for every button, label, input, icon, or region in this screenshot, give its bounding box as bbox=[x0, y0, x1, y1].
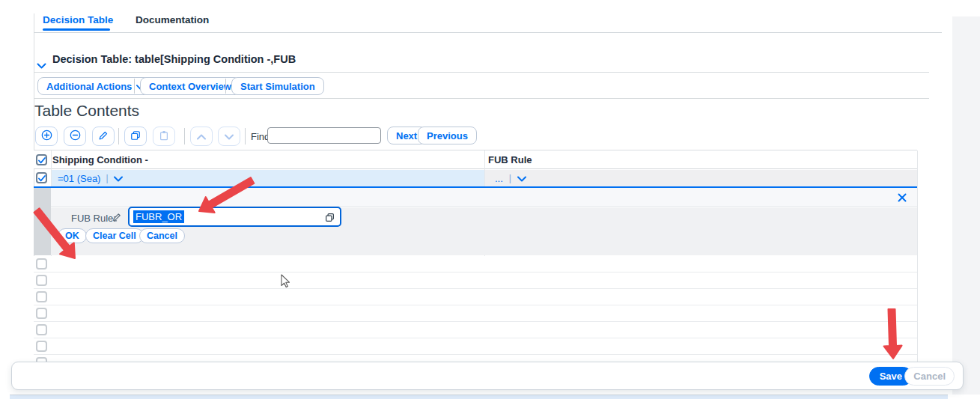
row-checkbox[interactable] bbox=[36, 308, 47, 319]
table-row-empty[interactable] bbox=[34, 305, 917, 322]
copy-value-icon[interactable] bbox=[325, 212, 335, 225]
additional-actions-label: Additional Actions bbox=[46, 81, 132, 92]
cancel-button[interactable]: Cancel bbox=[904, 367, 955, 386]
chevron-down-icon[interactable] bbox=[114, 173, 123, 184]
move-row-down-button[interactable] bbox=[218, 127, 240, 146]
add-row-icon bbox=[41, 130, 52, 143]
row1-fub-rule-cell[interactable]: ... | bbox=[485, 170, 917, 186]
table-row-empty[interactable] bbox=[34, 289, 917, 305]
row-checkbox[interactable] bbox=[36, 258, 47, 270]
table-header-row bbox=[34, 150, 917, 169]
table-row-empty[interactable] bbox=[34, 322, 917, 338]
remove-row-button[interactable] bbox=[64, 127, 86, 146]
divider bbox=[184, 128, 185, 144]
cell-editor-value: FUBR_OR bbox=[133, 210, 184, 223]
row-checkbox[interactable] bbox=[36, 291, 47, 302]
cell-editor-input[interactable]: FUBR_OR bbox=[128, 207, 341, 227]
divider bbox=[225, 79, 226, 94]
row-checkbox[interactable] bbox=[36, 275, 47, 286]
tabstrip-divider bbox=[34, 32, 942, 33]
table-row-empty[interactable] bbox=[34, 256, 917, 273]
bottom-strip bbox=[10, 395, 948, 399]
decision-table-page: Decision Table Documentation Decision Ta… bbox=[0, 0, 980, 411]
cell-separator: | bbox=[509, 173, 511, 183]
divider bbox=[134, 79, 135, 94]
find-previous-button[interactable]: Previous bbox=[418, 127, 477, 144]
divider bbox=[34, 98, 929, 99]
paste-row-button[interactable] bbox=[153, 127, 175, 146]
copy-icon bbox=[130, 130, 141, 143]
close-icon[interactable] bbox=[896, 192, 908, 204]
divider bbox=[917, 150, 918, 365]
tab-documentation[interactable]: Documentation bbox=[136, 14, 209, 25]
paste-icon bbox=[159, 130, 169, 143]
additional-actions-button[interactable]: Additional Actions bbox=[37, 77, 153, 95]
checkmark-icon bbox=[38, 153, 46, 167]
move-up-icon bbox=[197, 131, 206, 142]
edit-icon bbox=[98, 130, 109, 143]
find-input[interactable] bbox=[267, 127, 381, 144]
tab-decision-table[interactable]: Decision Table bbox=[43, 14, 113, 25]
row1-checkbox[interactable] bbox=[36, 172, 47, 183]
cell-editor-cancel-button[interactable]: Cancel bbox=[139, 228, 185, 243]
divider bbox=[118, 128, 119, 144]
row-checkbox[interactable] bbox=[36, 341, 47, 352]
right-scroll-area bbox=[952, 16, 980, 395]
column-header-shipping-condition[interactable]: Shipping Condition - bbox=[52, 154, 148, 165]
table-row-empty[interactable] bbox=[34, 338, 917, 355]
section-title: Decision Table: table[Shipping Condition… bbox=[52, 53, 296, 65]
start-simulation-button[interactable]: Start Simulation bbox=[231, 77, 324, 95]
column-header-fub-rule[interactable]: FUB Rule bbox=[488, 154, 532, 165]
divider bbox=[245, 128, 246, 144]
checkmark-icon bbox=[38, 171, 46, 185]
chevron-down-icon[interactable] bbox=[517, 173, 526, 184]
row1-condition-cell[interactable]: =01 (Sea) | bbox=[52, 170, 484, 186]
cell-editor-label: FUB Rule: bbox=[71, 213, 116, 224]
row1-condition-value: =01 (Sea) bbox=[58, 173, 100, 184]
table-contents-heading: Table Contents bbox=[34, 102, 139, 120]
add-row-button[interactable] bbox=[35, 127, 58, 146]
divider bbox=[34, 72, 929, 73]
footer-bar: Save Cancel bbox=[11, 362, 964, 390]
move-row-up-button[interactable] bbox=[190, 127, 213, 146]
row1-fub-rule-value: ... bbox=[495, 173, 503, 184]
section-collapse-chevron-icon[interactable] bbox=[37, 58, 46, 72]
row-checkbox[interactable] bbox=[36, 324, 47, 335]
edit-row-button[interactable] bbox=[92, 127, 115, 146]
select-all-checkbox[interactable] bbox=[36, 154, 47, 165]
copy-row-button[interactable] bbox=[124, 127, 147, 146]
value-help-pencil-icon[interactable] bbox=[112, 212, 122, 225]
remove-row-icon bbox=[70, 130, 81, 143]
editor-row-header bbox=[34, 188, 51, 255]
active-tab-underline bbox=[43, 28, 110, 31]
cell-editor-clear-cell-button[interactable]: Clear Cell bbox=[85, 228, 144, 243]
move-down-icon bbox=[225, 131, 234, 142]
table-row-empty[interactable] bbox=[34, 273, 917, 289]
cell-editor-ok-button[interactable]: OK bbox=[58, 228, 87, 243]
cell-separator: | bbox=[106, 173, 108, 183]
cell-editor-header bbox=[51, 188, 917, 207]
